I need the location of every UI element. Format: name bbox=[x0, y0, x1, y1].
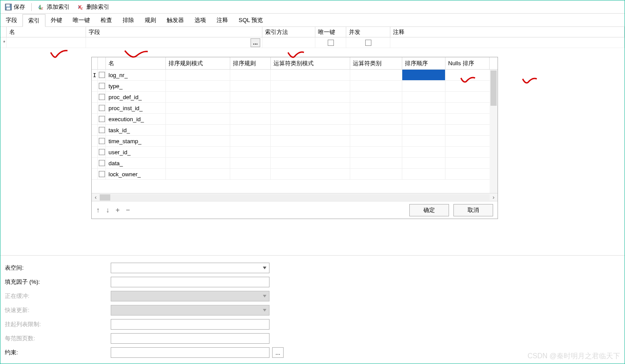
field-checkbox[interactable] bbox=[99, 160, 105, 166]
field-checkbox[interactable] bbox=[99, 138, 105, 144]
scroll-thumb[interactable] bbox=[100, 194, 110, 201]
field-row[interactable]: proc_inst_id_ bbox=[92, 103, 498, 114]
field-picker-button[interactable]: ... bbox=[251, 38, 260, 47]
field-order-selected[interactable] bbox=[402, 70, 445, 80]
save-button[interactable]: 保存 bbox=[2, 2, 28, 12]
field-name[interactable]: data_ bbox=[106, 158, 166, 168]
tablespace-select[interactable] bbox=[111, 263, 269, 273]
field-row[interactable]: type_ bbox=[92, 81, 498, 92]
tab-unique[interactable]: 唯一键 bbox=[67, 14, 95, 26]
tab-foreignkey[interactable]: 外键 bbox=[45, 14, 67, 26]
tab-exclude[interactable]: 排除 bbox=[117, 14, 139, 26]
scroll-left-icon[interactable]: ‹ bbox=[92, 194, 100, 201]
tab-option[interactable]: 选项 bbox=[189, 14, 211, 26]
field-checkbox[interactable] bbox=[99, 116, 105, 122]
cell-comment[interactable] bbox=[390, 37, 625, 48]
horizontal-scrollbar[interactable]: ‹ › bbox=[92, 193, 498, 201]
dialog-col-coll[interactable]: 排序规则 bbox=[230, 57, 271, 69]
move-up-button[interactable]: ↑ bbox=[96, 206, 100, 214]
field-row[interactable]: task_id_ bbox=[92, 125, 498, 136]
dialog-tools: ↑ ↓ + − bbox=[96, 206, 130, 214]
vertical-scrollbar-thumb[interactable] bbox=[490, 71, 497, 106]
tab-sqlpreview[interactable]: SQL 预览 bbox=[233, 14, 268, 26]
field-checkbox[interactable] bbox=[99, 149, 105, 155]
svg-rect-2 bbox=[7, 7, 10, 10]
cancel-button[interactable]: 取消 bbox=[453, 204, 493, 216]
unique-checkbox[interactable] bbox=[328, 40, 334, 46]
move-down-button[interactable]: ↓ bbox=[106, 206, 109, 214]
field-name[interactable]: type_ bbox=[106, 81, 166, 91]
add-index-icon: AZ bbox=[38, 4, 45, 11]
field-row[interactable]: I log_nr_ bbox=[92, 70, 498, 81]
field-checkbox[interactable] bbox=[99, 127, 105, 133]
row-check[interactable] bbox=[98, 70, 106, 80]
tab-index[interactable]: 索引 bbox=[22, 14, 45, 27]
dialog-col-op[interactable]: 运算符类别 bbox=[350, 57, 402, 69]
field-row[interactable]: user_id_ bbox=[92, 147, 498, 158]
cell-method[interactable] bbox=[262, 37, 315, 48]
dialog-col-coll-schema[interactable]: 排序规则模式 bbox=[166, 57, 230, 69]
fillfactor-input[interactable] bbox=[111, 277, 269, 287]
scroll-right-icon[interactable]: › bbox=[490, 194, 498, 201]
dialog-col-nulls[interactable]: Nulls 排序 bbox=[445, 57, 490, 69]
row-marker: * bbox=[0, 37, 7, 48]
dialog-body: I log_nr_ type_ proc_def_id_ proc_inst_i… bbox=[92, 70, 498, 193]
field-name[interactable]: proc_inst_id_ bbox=[106, 103, 166, 113]
dialog-col-op-schema[interactable]: 运算符类别模式 bbox=[271, 57, 350, 69]
col-comment[interactable]: 注释 bbox=[390, 27, 625, 37]
dialog-col-name[interactable]: 名 bbox=[106, 57, 166, 69]
col-name[interactable]: 名 bbox=[7, 27, 86, 37]
scroll-track[interactable] bbox=[100, 194, 490, 201]
add-index-button[interactable]: AZ 添加索引 bbox=[35, 2, 72, 12]
add-button[interactable]: + bbox=[116, 206, 120, 214]
field-row[interactable]: time_stamp_ bbox=[92, 136, 498, 147]
field-checkbox[interactable] bbox=[99, 105, 105, 111]
field-row[interactable]: data_ bbox=[92, 158, 498, 169]
field-checkbox[interactable] bbox=[99, 83, 105, 89]
dialog-header: 名 排序规则模式 排序规则 运算符类别模式 运算符类别 排序顺序 Nulls 排… bbox=[92, 57, 498, 70]
delete-index-button[interactable]: AZ 删除索引 bbox=[75, 2, 112, 12]
field-name[interactable]: user_id_ bbox=[106, 147, 166, 157]
tab-comment[interactable]: 注释 bbox=[211, 14, 233, 26]
field-row[interactable]: proc_def_id_ bbox=[92, 92, 498, 103]
cell-fields[interactable]: ... bbox=[86, 37, 262, 48]
field-checkbox[interactable] bbox=[99, 72, 105, 78]
field-name[interactable]: log_nr_ bbox=[106, 70, 166, 80]
cell-unique[interactable] bbox=[315, 37, 346, 48]
delete-index-icon: AZ bbox=[78, 4, 85, 11]
constraint-picker-button[interactable]: ... bbox=[272, 347, 284, 358]
field-name[interactable]: time_stamp_ bbox=[106, 136, 166, 146]
field-op-schema[interactable] bbox=[271, 70, 350, 80]
tab-fields[interactable]: 字段 bbox=[0, 14, 22, 26]
tab-trigger[interactable]: 触发器 bbox=[161, 14, 189, 26]
remove-button[interactable]: − bbox=[126, 206, 130, 214]
field-row[interactable]: execution_id_ bbox=[92, 114, 498, 125]
field-checkbox[interactable] bbox=[99, 171, 105, 177]
field-name[interactable]: proc_def_id_ bbox=[106, 92, 166, 102]
field-coll[interactable] bbox=[230, 70, 271, 80]
constraint-input[interactable] bbox=[111, 347, 269, 358]
field-name[interactable]: lock_owner_ bbox=[106, 169, 166, 179]
index-grid-row[interactable]: * ... bbox=[0, 37, 625, 48]
cell-name[interactable] bbox=[7, 37, 86, 48]
pages-label: 每范围页数: bbox=[5, 334, 111, 342]
field-name[interactable]: task_id_ bbox=[106, 125, 166, 135]
tab-check[interactable]: 检查 bbox=[95, 14, 117, 26]
constraint-label: 约束: bbox=[5, 349, 111, 357]
col-unique[interactable]: 唯一键 bbox=[315, 27, 346, 37]
dialog-col-cursor bbox=[92, 57, 98, 69]
col-fields[interactable]: 字段 bbox=[86, 27, 262, 37]
vertical-scrollbar[interactable] bbox=[490, 70, 498, 193]
cell-concurrent[interactable] bbox=[346, 37, 390, 48]
field-coll-schema[interactable] bbox=[166, 70, 230, 80]
field-row[interactable]: lock_owner_ bbox=[92, 169, 498, 180]
col-method[interactable]: 索引方法 bbox=[262, 27, 315, 37]
concurrent-checkbox[interactable] bbox=[365, 40, 371, 46]
field-name[interactable]: execution_id_ bbox=[106, 114, 166, 124]
tab-rule[interactable]: 规则 bbox=[139, 14, 161, 26]
col-concurrent[interactable]: 并发 bbox=[346, 27, 390, 37]
field-checkbox[interactable] bbox=[99, 94, 105, 100]
ok-button[interactable]: 确定 bbox=[409, 204, 449, 216]
dialog-col-order[interactable]: 排序顺序 bbox=[402, 57, 445, 69]
field-op[interactable] bbox=[350, 70, 402, 80]
